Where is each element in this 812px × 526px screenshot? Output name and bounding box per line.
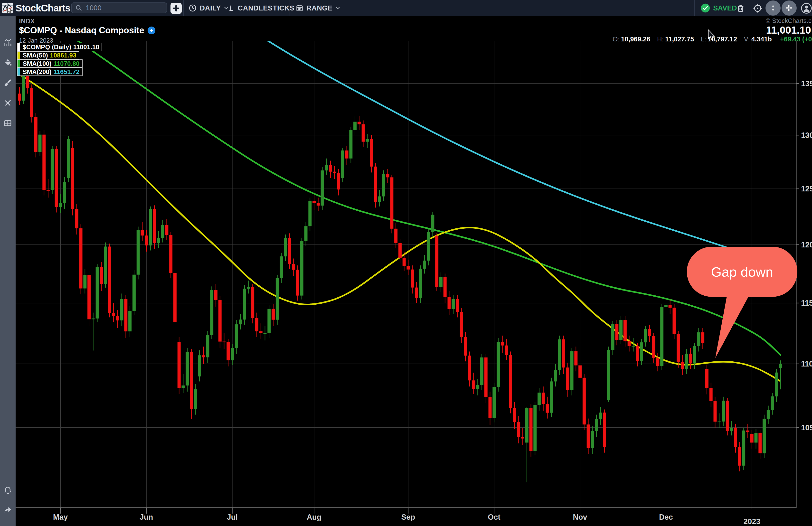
annotation-tools-icon[interactable]	[3, 99, 12, 107]
svg-text:Nov: Nov	[573, 513, 587, 521]
svg-text:May: May	[53, 513, 68, 521]
share-icon[interactable]	[3, 506, 12, 514]
check-circle-icon	[700, 3, 710, 13]
high-value: 11,027.75	[665, 35, 694, 43]
svg-text:Aug: Aug	[307, 513, 321, 521]
toolbar-divider	[222, 0, 222, 16]
stockcharts-app: { "topbar": { "logo_text": "StockCharts"…	[0, 0, 812, 526]
toolbar-divider	[290, 0, 290, 16]
layout-grid-icon[interactable]	[3, 119, 12, 128]
low-value: 10,797.12	[708, 35, 737, 43]
axis-labels: 13500130001250012000115001100010500MayJu…	[53, 79, 812, 526]
user-icon	[801, 3, 812, 14]
range-label: RANGE	[306, 4, 332, 12]
symbol-name: $COMPQ - Nasdaq Composite	[19, 25, 144, 35]
svg-text:Oct: Oct	[488, 513, 501, 521]
alerts-bell-icon[interactable]	[3, 486, 12, 495]
axes	[16, 41, 796, 508]
price-chart[interactable]: 13500130001250012000115001100010500MayJu…	[16, 16, 812, 526]
chart-type-dropdown[interactable]: CANDLESTICKS	[228, 0, 302, 16]
legend-swatch	[17, 60, 20, 67]
svg-text:Jul: Jul	[227, 513, 238, 521]
legend-value: 10861.93	[50, 52, 79, 59]
legend-label: SMA(200)	[20, 68, 53, 75]
collapse-vertical-icon	[769, 4, 777, 12]
exchange-label: INDX	[19, 17, 35, 25]
search-icon	[75, 4, 82, 12]
range-dropdown[interactable]: RANGE	[296, 0, 340, 16]
volume-value: 4.341b	[751, 35, 772, 43]
svg-text:13000: 13000	[801, 131, 812, 140]
saved-label: SAVED	[713, 4, 737, 12]
ohlcv-readout: O:10,969.26 H:11,027.75 L:10,797.12 V:4.…	[612, 35, 812, 43]
legend-value: 11651.72	[53, 68, 82, 75]
compress-icon	[785, 4, 793, 12]
app-title: StockCharts	[16, 0, 70, 16]
legend-value: 11001.10	[73, 43, 102, 50]
chart-title: $COMPQ - Nasdaq Composite +	[19, 25, 155, 35]
sma-lines	[19, 29, 781, 381]
legend-label: $COMPQ (Daily)	[20, 43, 73, 50]
delete-chart-button[interactable]	[735, 3, 746, 14]
legend-label: SMA(100)	[20, 60, 53, 67]
fill-color-icon[interactable]	[3, 58, 12, 67]
top-toolbar: StockCharts DAILY CANDLESTICKS	[0, 0, 812, 16]
legend-swatch	[17, 52, 20, 59]
last-price: 11,001.10	[766, 24, 811, 36]
compress-view-button[interactable]	[782, 0, 797, 16]
svg-text:12000: 12000	[801, 240, 812, 249]
brush-icon[interactable]	[3, 78, 12, 87]
toolbar-divider-dashed	[731, 0, 733, 16]
chart-type-label: CANDLESTICKS	[238, 4, 294, 12]
toolbar-divider	[694, 0, 695, 16]
legend-sma100[interactable]: SMA(100)11070.80	[17, 59, 83, 68]
open-value: 10,969.26	[621, 35, 650, 43]
stockcharts-logo-icon[interactable]	[2, 2, 13, 14]
add-chart-button[interactable]	[171, 3, 182, 14]
svg-text:13500: 13500	[801, 79, 812, 88]
svg-text:2023: 2023	[743, 517, 760, 526]
legend-swatch	[17, 43, 20, 50]
add-symbol-icon[interactable]: +	[148, 27, 155, 34]
legend-sma50[interactable]: SMA(50)10861.93	[17, 51, 79, 59]
candles	[18, 67, 782, 482]
candlestick-icon	[228, 4, 235, 12]
legend-label: SMA(50)	[20, 52, 50, 59]
trash-icon	[736, 4, 745, 13]
plus-icon	[172, 5, 180, 12]
sma-line	[60, 29, 781, 355]
toolbar-divider	[183, 0, 184, 16]
period-dropdown[interactable]: DAILY	[189, 0, 229, 16]
search-input[interactable]	[85, 4, 159, 12]
crosshair-icon	[753, 3, 763, 13]
legend-value: 11070.80	[53, 60, 82, 67]
svg-text:Gap down: Gap down	[711, 264, 773, 280]
gridlines	[16, 41, 796, 508]
open-label: O:	[612, 35, 620, 43]
low-label: L:	[701, 35, 707, 43]
svg-text:11500: 11500	[801, 299, 812, 307]
copyright-note: © StockCharts.com	[766, 17, 812, 25]
volume-label: V:	[744, 35, 750, 43]
svg-text:11000: 11000	[801, 360, 812, 368]
legend-swatch	[17, 68, 20, 75]
svg-text:10500: 10500	[801, 423, 812, 432]
symbol-search[interactable]	[71, 2, 167, 13]
crosshair-tool-button[interactable]	[752, 3, 763, 14]
svg-text:Dec: Dec	[659, 513, 673, 521]
legend-sma200[interactable]: SMA(200)11651.72	[17, 68, 83, 76]
change-value: +69.43 (+0.64%)	[780, 35, 812, 43]
svg-text:Jun: Jun	[140, 513, 153, 521]
account-button[interactable]	[801, 3, 812, 14]
tool-sidebar	[0, 16, 16, 526]
svg-text:12500: 12500	[801, 185, 812, 193]
toolbar-divider	[336, 0, 336, 16]
svg-text:Sep: Sep	[401, 513, 415, 521]
chart-settings-icon[interactable]	[3, 39, 12, 47]
sma-line	[249, 29, 781, 285]
period-label: DAILY	[200, 4, 221, 12]
high-label: H:	[657, 35, 664, 43]
collapse-vertical-button[interactable]	[766, 0, 781, 16]
clock-icon	[189, 4, 197, 12]
legend-main[interactable]: $COMPQ (Daily)11001.10	[17, 43, 102, 51]
